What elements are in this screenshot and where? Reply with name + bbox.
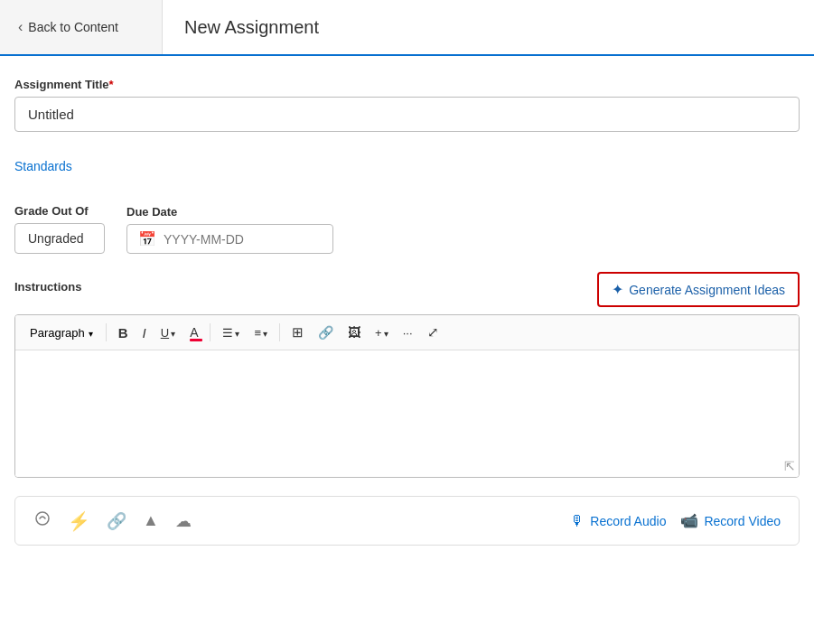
record-audio-button[interactable]: 🎙 Record Audio <box>570 513 666 529</box>
image-button[interactable]: 🖼 <box>342 322 367 343</box>
calendar-icon: 📅 <box>138 230 156 247</box>
back-to-content-button[interactable]: ‹ Back to Content <box>0 0 163 54</box>
instructions-row: Instructions ✦ Generate Assignment Ideas <box>14 272 800 307</box>
plus-icon: + <box>375 326 382 340</box>
attach-icons-group: ⚡ 🔗 ▲ ☁ <box>33 509 192 532</box>
more-options-button[interactable]: ··· <box>397 322 419 343</box>
toolbar-divider-3 <box>279 323 280 341</box>
grade-field-group: Grade Out Of Ungraded <box>14 204 105 254</box>
more-icon: ··· <box>403 326 413 340</box>
fullscreen-button[interactable]: ⤢ <box>421 321 445 344</box>
list-chevron-icon <box>263 326 267 340</box>
editor-container: Paragraph B I U A <box>14 314 800 478</box>
standards-link[interactable]: Standards <box>14 159 72 173</box>
font-color-button[interactable]: A <box>183 322 204 343</box>
toolbar-divider-1 <box>106 323 107 341</box>
link-icon: 🔗 <box>318 325 333 340</box>
sparkle-icon: ✦ <box>612 281 623 298</box>
resize-handle[interactable]: ⇱ <box>784 459 795 473</box>
back-chevron-icon: ‹ <box>18 19 23 35</box>
align-chevron-icon <box>235 326 239 340</box>
editor-body[interactable]: ⇱ <box>15 350 799 477</box>
back-label: Back to Content <box>28 20 118 34</box>
image-icon: 🖼 <box>348 325 360 340</box>
attachments-bar: ⚡ 🔗 ▲ ☁ 🎙 Record Audio 📹 Record Video <box>14 496 800 546</box>
camera-icon: 📹 <box>680 512 698 529</box>
generate-btn-label: Generate Assignment Ideas <box>629 283 785 297</box>
due-date-input[interactable] <box>164 232 322 247</box>
align-button[interactable]: ☰ <box>216 322 246 343</box>
media-buttons-group: 🎙 Record Audio 📹 Record Video <box>570 512 781 529</box>
paragraph-label: Paragraph <box>30 326 85 340</box>
assignment-title-label: Assignment Title* <box>14 78 800 91</box>
table-button[interactable]: ⊞ <box>285 321 310 344</box>
required-marker: * <box>109 78 114 91</box>
editor-toolbar: Paragraph B I U A <box>15 315 799 350</box>
record-video-label: Record Video <box>704 514 781 528</box>
record-video-button[interactable]: 📹 Record Video <box>680 512 781 529</box>
font-color-icon: A <box>190 325 198 340</box>
generate-assignment-ideas-button[interactable]: ✦ Generate Assignment Ideas <box>597 272 800 307</box>
lightning-icon[interactable]: ⚡ <box>68 510 90 532</box>
fullscreen-icon: ⤢ <box>427 324 439 341</box>
table-icon: ⊞ <box>292 324 304 341</box>
record-audio-label: Record Audio <box>590 514 666 528</box>
paragraph-style-select[interactable]: Paragraph <box>23 322 100 343</box>
toolbar-divider-2 <box>210 323 211 341</box>
plus-button[interactable]: + <box>369 322 395 343</box>
link-attach-icon[interactable]: 🔗 <box>107 511 126 531</box>
paragraph-chevron-icon <box>89 326 93 340</box>
embed-icon[interactable] <box>33 509 51 532</box>
drive-icon[interactable]: ▲ <box>143 511 159 530</box>
svg-point-0 <box>36 512 49 525</box>
due-date-wrapper[interactable]: 📅 <box>126 224 333 254</box>
header: ‹ Back to Content New Assignment <box>0 0 814 56</box>
main-content: Assignment Title* Standards Grade Out Of… <box>0 56 814 567</box>
grade-select[interactable]: Ungraded <box>14 223 105 254</box>
grade-date-row: Grade Out Of Ungraded Due Date 📅 <box>14 204 800 254</box>
grade-label: Grade Out Of <box>14 204 105 218</box>
link-button[interactable]: 🔗 <box>312 322 340 343</box>
page-title: New Assignment <box>163 17 341 38</box>
list-button[interactable]: ≡ <box>248 322 274 343</box>
underline-button[interactable]: U <box>154 322 182 343</box>
instructions-label: Instructions <box>14 280 81 294</box>
plus-chevron-icon <box>384 326 388 340</box>
due-date-field-group: Due Date 📅 <box>126 205 333 254</box>
list-icon: ≡ <box>254 326 261 340</box>
align-icon: ☰ <box>222 326 233 340</box>
due-date-label: Due Date <box>126 205 333 219</box>
mic-icon: 🎙 <box>570 513 585 529</box>
bold-button[interactable]: B <box>112 322 135 344</box>
underline-chevron-icon <box>171 326 175 340</box>
italic-button[interactable]: I <box>136 322 153 344</box>
cloud-icon[interactable]: ☁ <box>175 511 192 531</box>
assignment-title-input[interactable] <box>14 97 800 132</box>
